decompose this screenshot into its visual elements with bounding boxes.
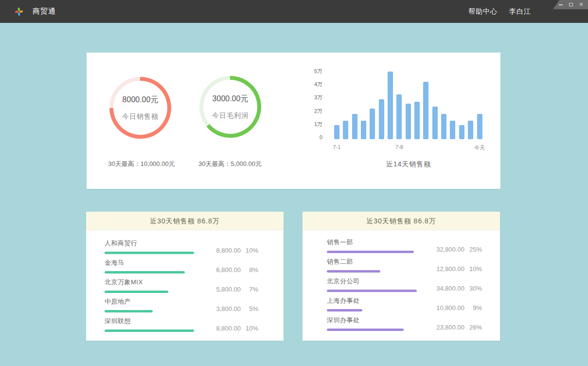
rank-list: 销售一部 32,800.00 25% 销售二部 12,800.00 10% 北京… <box>303 230 500 331</box>
rank-item-percent: 9% <box>464 304 482 311</box>
sales-bar <box>352 114 357 139</box>
today-profit-gauge-center: 3000.00元 今日毛利润 <box>203 80 257 134</box>
rank-item-bar <box>105 271 185 274</box>
rank-item-label: 销售一部 <box>327 238 421 247</box>
rank-item-label: 中原地产 <box>105 297 197 306</box>
x-axis-label: 今天 <box>474 144 485 151</box>
rank-item-bar <box>105 310 153 312</box>
rank-item-label: 上海办事处 <box>327 296 421 305</box>
rank-item-value: 32,800.00 <box>427 246 464 253</box>
sales-bar <box>406 104 411 139</box>
y-axis-tick: 2万 <box>298 108 322 114</box>
sales-bar <box>388 72 393 139</box>
topbar: 商贸通 帮助中心 李白江 ✕ <box>0 0 588 23</box>
sales-bar <box>334 125 339 139</box>
rank-item-percent: 8% <box>241 266 258 274</box>
window-controls: ✕ <box>553 0 588 9</box>
sales-bar <box>370 109 375 139</box>
rank-item-values: 6,800.00 8% <box>203 266 258 274</box>
rank-item-percent: 5% <box>241 305 258 312</box>
rank-item-bar <box>105 252 194 254</box>
rank-card-title: 近30天销售额 86.8万 <box>303 212 500 230</box>
rank-item-left: 人和商贸行 <box>105 239 197 254</box>
rank-item-left: 中原地产 <box>105 297 197 312</box>
today-profit-label: 今日毛利润 <box>212 111 249 120</box>
profit-30d-max: 30天最高：5,000.00元 <box>175 160 285 168</box>
rank-item-left: 金海马 <box>105 258 197 274</box>
rank-item: 深圳办事处 23,800.00 26% <box>327 315 482 331</box>
rank-item-values: 8,800.00 10% <box>203 247 258 254</box>
topbar-right: 帮助中心 李白江 <box>468 0 531 23</box>
close-button[interactable]: ✕ <box>579 2 584 8</box>
sales-bar <box>450 121 455 139</box>
sales-bar <box>477 114 482 139</box>
rank-item-values: 12,800.00 10% <box>427 265 482 273</box>
rank-item-label: 深圳联想 <box>105 317 197 326</box>
maximize-button[interactable] <box>569 2 573 8</box>
rank-item-value: 3,800.00 <box>203 305 241 312</box>
rank-item-value: 5,800.00 <box>203 286 241 293</box>
rank-item-value: 23,800.00 <box>427 324 464 331</box>
rank-item-bar <box>327 309 362 311</box>
rank-item-label: 深圳办事处 <box>327 316 421 325</box>
rank-item-bar <box>327 270 380 273</box>
sales-bar <box>468 121 473 139</box>
pinwheel-logo-icon <box>14 6 24 17</box>
rank-item-value: 8,800.00 <box>203 325 241 332</box>
sales-bar <box>343 121 348 139</box>
rank-item-label: 北京分公司 <box>327 277 421 286</box>
help-center-link[interactable]: 帮助中心 <box>468 7 498 16</box>
rank-item-values: 10,800.00 9% <box>427 304 482 311</box>
rank-item-bar <box>327 329 404 331</box>
rank-item-bar <box>327 251 414 253</box>
today-sales-gauge: 8000.00元 今日销售额 <box>109 77 171 139</box>
rank-item-value: 34,800.00 <box>427 285 464 292</box>
app-title: 商贸通 <box>33 7 56 16</box>
rank-item-left: 深圳办事处 <box>327 316 421 331</box>
rank-item-left: 深圳联想 <box>105 317 197 332</box>
sales-bar <box>459 125 464 139</box>
sales-bar <box>423 82 428 139</box>
bar-chart-plot <box>334 69 483 139</box>
today-profit-gauge: 3000.00元 今日毛利润 <box>199 76 261 138</box>
rank-item: 中原地产 3,800.00 5% <box>105 296 258 312</box>
rank-item: 北京万象MIX 5,800.00 7% <box>105 277 258 293</box>
rank-card-departments: 近30天销售额 86.8万 销售一部 32,800.00 25% 销售二部 12… <box>303 212 500 341</box>
y-axis-tick: 5万 <box>298 68 322 74</box>
bar-chart-title: 近14天销售额 <box>334 160 483 169</box>
rank-item-value: 6,800.00 <box>203 266 241 274</box>
rank-item-left: 北京分公司 <box>327 277 421 292</box>
sales-bar <box>441 114 446 139</box>
rank-card-title: 近30天销售额 86.8万 <box>86 212 284 230</box>
minimize-button[interactable] <box>558 2 563 8</box>
rank-item: 销售一部 32,800.00 25% <box>327 237 482 253</box>
rank-item-value: 10,800.00 <box>427 304 464 311</box>
y-axis-tick: 1万 <box>298 121 322 128</box>
rank-item-value: 12,800.00 <box>427 265 464 273</box>
rank-item-percent: 25% <box>464 246 482 253</box>
y-axis-tick: 0 <box>298 134 322 141</box>
sales-bar <box>414 102 420 140</box>
rank-item-label: 北京万象MIX <box>105 278 197 287</box>
rank-item: 销售二部 12,800.00 10% <box>327 256 482 273</box>
rank-item-values: 3,800.00 5% <box>203 305 258 312</box>
x-axis-label: 7-8 <box>395 144 403 150</box>
sales-bar <box>361 121 366 139</box>
bar-chart-y-axis: 5万4万3万2万1万0 <box>298 53 322 189</box>
rank-item-label: 人和商贸行 <box>105 239 197 248</box>
close-icon: ✕ <box>579 2 583 7</box>
minimize-icon <box>559 4 563 5</box>
today-profit-value: 3000.00元 <box>213 94 249 104</box>
rank-item-left: 北京万象MIX <box>105 278 197 293</box>
rank-item-percent: 10% <box>241 325 258 332</box>
y-axis-tick: 4万 <box>298 81 322 88</box>
today-sales-gauge-center: 8000.00元 今日销售额 <box>113 81 167 135</box>
rank-item-percent: 10% <box>241 247 258 254</box>
rank-item-values: 34,800.00 30% <box>427 285 482 292</box>
rank-item-bar <box>105 329 194 332</box>
rank-item: 深圳联想 8,800.00 10% <box>105 316 258 332</box>
rank-item-value: 8,800.00 <box>203 247 241 254</box>
rank-item-bar <box>327 290 417 292</box>
rank-item-values: 32,800.00 25% <box>427 246 482 253</box>
username-link[interactable]: 李白江 <box>509 7 531 16</box>
